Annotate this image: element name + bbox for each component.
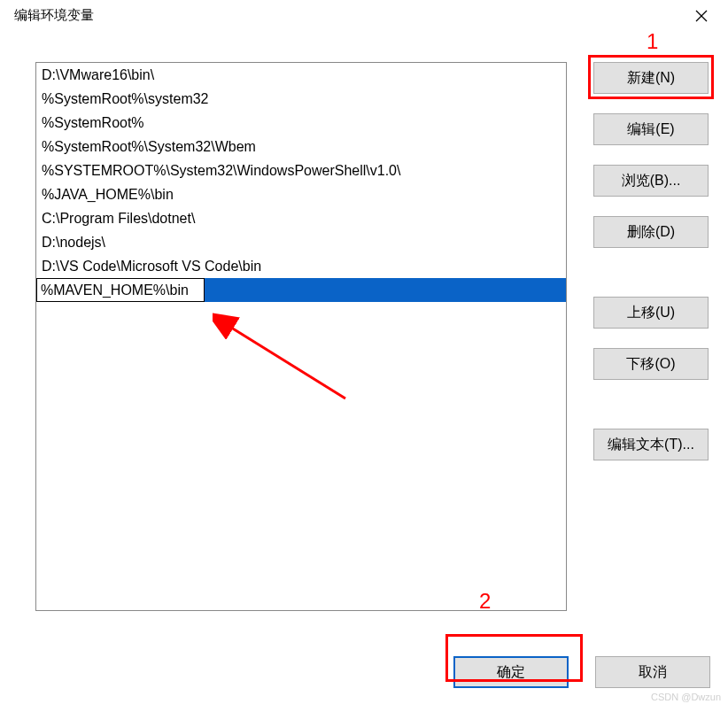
ok-button[interactable]: 确定	[453, 656, 569, 688]
selection-highlight	[205, 278, 566, 302]
list-item[interactable]: %JAVA_HOME%\bin	[36, 182, 566, 206]
close-icon	[695, 10, 708, 22]
path-listbox[interactable]: D:\VMware16\bin\ %SystemRoot%\system32 %…	[35, 62, 567, 611]
movedown-button[interactable]: 下移(O)	[593, 348, 709, 380]
cancel-button[interactable]: 取消	[595, 656, 710, 688]
dialog-body: D:\VMware16\bin\ %SystemRoot%\system32 %…	[0, 31, 728, 629]
edit-button[interactable]: 编辑(E)	[593, 113, 709, 145]
new-button[interactable]: 新建(N)	[593, 62, 709, 94]
window-title: 编辑环境变量	[14, 7, 681, 24]
list-item[interactable]: D:\VS Code\Microsoft VS Code\bin	[36, 254, 566, 278]
list-item[interactable]: D:\VMware16\bin\	[36, 63, 566, 87]
button-column: 新建(N) 编辑(E) 浏览(B)... 删除(D) 上移(U) 下移(O) 编…	[593, 62, 709, 611]
list-item-editing[interactable]	[36, 278, 566, 302]
moveup-button[interactable]: 上移(U)	[593, 297, 709, 329]
titlebar: 编辑环境变量	[0, 0, 728, 31]
edittext-button[interactable]: 编辑文本(T)...	[593, 429, 709, 460]
bottom-button-row: 确定 取消	[453, 656, 710, 688]
list-item[interactable]: D:\nodejs\	[36, 230, 566, 254]
list-item[interactable]: %SYSTEMROOT%\System32\WindowsPowerShell\…	[36, 159, 566, 182]
list-item[interactable]: C:\Program Files\dotnet\	[36, 206, 566, 230]
list-item[interactable]: %SystemRoot%\system32	[36, 87, 566, 111]
delete-button[interactable]: 删除(D)	[593, 216, 709, 248]
list-item[interactable]: %SystemRoot%	[36, 111, 566, 135]
browse-button[interactable]: 浏览(B)...	[593, 165, 709, 197]
close-button[interactable]	[681, 3, 721, 29]
edit-input[interactable]	[36, 278, 205, 302]
list-item[interactable]: %SystemRoot%\System32\Wbem	[36, 135, 566, 159]
watermark: CSDN @Dwzun	[651, 692, 721, 702]
